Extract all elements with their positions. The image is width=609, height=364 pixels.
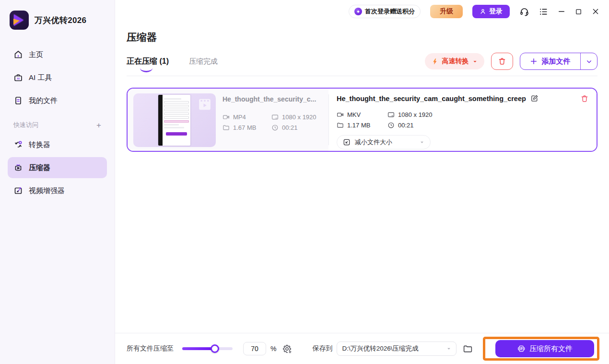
my-files-icon — [13, 96, 23, 105]
points-icon: ◆ — [354, 8, 362, 15]
format-icon — [337, 111, 344, 118]
chevron-down-icon — [446, 346, 451, 351]
minimize-button[interactable] — [558, 8, 565, 15]
task-list-icon[interactable] — [539, 7, 548, 16]
login-label: 登录 — [489, 7, 503, 16]
resolution-icon — [271, 114, 279, 121]
app-window: 万兴优转2026 主页 AI AI 工具 — [0, 0, 609, 364]
sidebar-item-ai-tools[interactable]: AI AI 工具 — [8, 67, 107, 88]
login-button[interactable]: 登录 — [472, 5, 510, 18]
target-format: MKV — [347, 111, 361, 118]
add-files-button[interactable]: 添加文件 — [520, 53, 580, 69]
converter-icon — [13, 140, 23, 149]
page-title: 压缩器 — [127, 31, 597, 44]
preset-dropdown[interactable]: 减小文件大小 — [337, 135, 431, 149]
tab-compressing[interactable]: 正在压缩 (1) — [127, 57, 169, 67]
sidebar-item-label: 转换器 — [29, 140, 50, 149]
compress-files-icon — [517, 344, 526, 353]
source-resolution: 1080 x 1920 — [282, 114, 316, 121]
svg-text:AI: AI — [17, 77, 20, 80]
delete-file-button[interactable] — [580, 94, 589, 105]
add-files-dropdown[interactable] — [581, 53, 597, 69]
file-size-icon — [223, 124, 230, 131]
sidebar-item-converter[interactable]: 转换器 — [8, 134, 107, 155]
fast-convert-dropdown[interactable]: 高速转换 — [425, 53, 484, 69]
sidebar-item-video-enhancer[interactable]: 视频增强器 — [8, 180, 107, 201]
compress-all-label: 压缩所有文件 — [529, 344, 573, 353]
resolution-icon — [387, 111, 395, 118]
settings-icon[interactable] — [282, 344, 292, 354]
slider-handle[interactable] — [211, 344, 219, 353]
video-enhancer-icon — [13, 186, 23, 195]
target-size: 1.17 MB — [347, 122, 370, 129]
sidebar: 万兴优转2026 主页 AI AI 工具 — [0, 0, 115, 364]
compressor-icon — [13, 163, 23, 172]
support-headset-icon[interactable] — [519, 7, 529, 17]
add-files-split-button: 添加文件 — [520, 53, 598, 70]
tab-bar: 正在压缩 (1) 压缩完成 高速转换 — [127, 53, 597, 76]
percent-sign: % — [270, 345, 276, 353]
compress-icon — [343, 138, 351, 146]
trash-icon — [498, 57, 506, 66]
toolbar-actions: 高速转换 添加文件 — [425, 53, 598, 70]
chevron-down-icon — [472, 59, 478, 64]
rename-icon[interactable] — [530, 94, 539, 102]
upgrade-button[interactable]: 升级 — [430, 5, 463, 18]
bottom-bar: 所有文件压缩至 % 保存到 D:\万兴优转2026\压缩完成 — [115, 333, 609, 364]
title-bar: ◆ 首次登录赠送积分 升级 登录 — [115, 0, 609, 23]
sidebar-item-compressor[interactable]: 压缩器 — [8, 157, 107, 178]
sidebar-item-label: 主页 — [29, 50, 43, 59]
chevron-down-icon — [586, 58, 593, 65]
badge-label: 首次登录赠送积分 — [365, 7, 415, 16]
sidebar-item-label: 视频增强器 — [29, 186, 65, 195]
source-info: He_thought_the_security_c... MP4 1080 x … — [216, 93, 320, 146]
save-path-value: D:\万兴优转2026\压缩完成 — [342, 344, 418, 353]
compress-all-button[interactable]: 压缩所有文件 — [495, 340, 594, 357]
thumbnail-preview — [158, 95, 190, 146]
sidebar-item-label: 压缩器 — [29, 163, 50, 172]
quick-access-section: 快速访问 + — [13, 121, 101, 129]
trash-icon — [580, 94, 589, 103]
empty-area — [127, 152, 597, 333]
action-highlight-box: 压缩所有文件 — [483, 337, 599, 361]
close-button[interactable] — [592, 8, 599, 15]
maximize-button[interactable] — [575, 8, 582, 15]
ai-tools-icon: AI — [13, 73, 23, 82]
source-size: 1.67 MB — [233, 124, 256, 131]
lightning-icon — [432, 58, 439, 65]
plus-icon — [530, 57, 538, 65]
video-file-icon — [198, 97, 212, 114]
percent-input[interactable] — [243, 342, 266, 355]
target-section: He_thought_the_security_cam_caught_somet… — [329, 89, 597, 151]
format-icon — [223, 114, 230, 121]
target-resolution: 1080 x 1920 — [398, 111, 433, 118]
sidebar-item-home[interactable]: 主页 — [8, 44, 107, 65]
source-duration: 00:21 — [282, 124, 298, 131]
app-logo-row: 万兴优转2026 — [8, 11, 107, 30]
video-thumbnail — [133, 93, 216, 147]
button-divider — [580, 53, 581, 69]
tab-label: 正在压缩 (1) — [127, 57, 169, 65]
add-files-label: 添加文件 — [542, 57, 571, 66]
file-task-card[interactable]: He_thought_the_security_c... MP4 1080 x … — [127, 88, 597, 152]
save-to-label: 保存到 — [312, 344, 332, 353]
quick-access-label: 快速访问 — [13, 121, 38, 129]
content: 压缩器 正在压缩 (1) 压缩完成 — [115, 23, 609, 333]
slider-fill — [182, 347, 215, 350]
save-path-dropdown[interactable]: D:\万兴优转2026\压缩完成 — [337, 341, 457, 356]
tab-completed[interactable]: 压缩完成 — [189, 57, 218, 66]
target-duration: 00:21 — [398, 122, 414, 129]
source-format: MP4 — [233, 114, 246, 121]
add-quick-access-icon[interactable]: + — [96, 121, 101, 129]
source-file-name: He_thought_the_security_c... — [223, 95, 318, 103]
delete-all-button[interactable] — [491, 53, 513, 70]
duration-icon — [271, 124, 279, 131]
source-meta: MP4 1080 x 1920 1.67 MB 00:21 — [223, 114, 320, 131]
first-login-bonus-badge[interactable]: ◆ 首次登录赠送积分 — [349, 5, 421, 18]
open-folder-icon[interactable] — [463, 344, 473, 354]
tab-label: 压缩完成 — [189, 57, 218, 65]
duration-icon — [387, 122, 395, 129]
compression-slider[interactable] — [182, 347, 233, 350]
sidebar-item-my-files[interactable]: 我的文件 — [8, 90, 107, 111]
preset-label: 减小文件大小 — [355, 138, 392, 147]
